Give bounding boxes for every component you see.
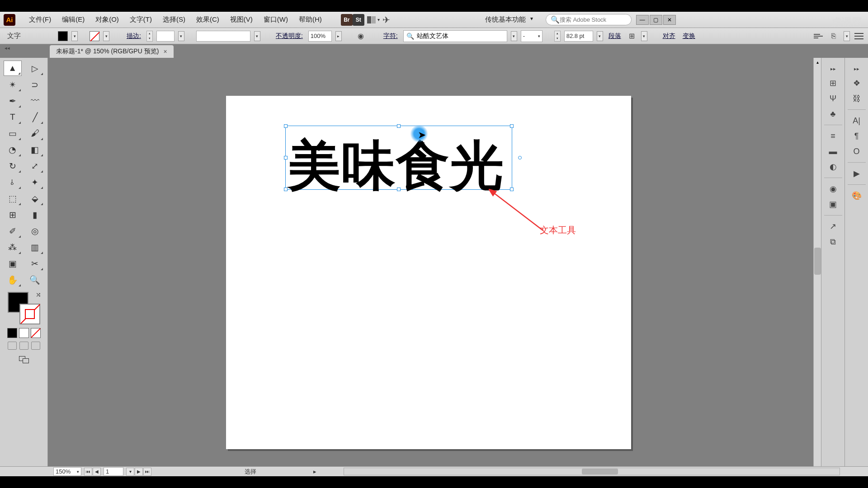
opacity-label[interactable]: 不透明度: (274, 32, 305, 40)
paragraph-label[interactable]: 段落 (607, 32, 623, 40)
arrange-documents-button[interactable]: ▾ (364, 15, 382, 24)
hand-tool[interactable]: ✋ (4, 272, 22, 287)
shaper-tool[interactable]: ◔ (4, 142, 22, 157)
eyedropper-tool[interactable]: ✐ (4, 223, 22, 239)
toolbox-stroke-swatch[interactable] (19, 304, 40, 324)
handle-middle-left[interactable] (284, 156, 288, 160)
stock-search[interactable]: 🔍 (546, 14, 632, 25)
mesh-tool[interactable]: ⊞ (4, 207, 22, 222)
recolor-icon[interactable]: ◉ (355, 31, 366, 42)
window-close-button[interactable]: ✕ (663, 15, 676, 25)
menu-type[interactable]: 文字(T) (124, 14, 157, 26)
handle-top-left[interactable] (284, 124, 288, 128)
document-tab-close-icon[interactable]: × (163, 48, 167, 55)
paragraph-dropdown[interactable]: ▾ (641, 31, 647, 41)
isolate-icon[interactable]: ⎘ (828, 31, 839, 42)
stroke-panel-icon[interactable]: ≡ (827, 130, 839, 142)
screen-mode-button[interactable] (17, 354, 31, 365)
handle-middle-right[interactable] (518, 156, 522, 160)
opacity-dropdown[interactable]: ▸ (335, 31, 342, 41)
font-size-field[interactable]: 82.8 pt (564, 31, 593, 42)
status-dropdown-icon[interactable]: ▸ (313, 468, 316, 475)
draw-behind[interactable] (19, 342, 28, 350)
fill-color-swatch[interactable] (58, 31, 68, 41)
artboard-dropdown[interactable]: ▾ (126, 468, 134, 476)
prev-artboard-button[interactable]: ◀ (93, 468, 101, 476)
color-panel-icon[interactable]: 🎨 (851, 190, 863, 202)
window-minimize-button[interactable]: — (636, 15, 649, 25)
swap-fill-stroke-icon[interactable]: ⤭ (36, 291, 41, 298)
isolate-dropdown[interactable]: ▾ (844, 31, 850, 41)
menu-object[interactable]: 对象(O) (90, 14, 124, 26)
zoom-level-dropdown[interactable]: 150%▾ (53, 467, 81, 476)
slice-tool[interactable]: ✂ (26, 256, 44, 271)
paintbrush-tool[interactable]: 🖌 (26, 126, 44, 141)
stroke-dropdown[interactable]: ▾ (103, 31, 109, 41)
shape-builder-tool[interactable]: ⬚ (4, 191, 22, 206)
menu-view[interactable]: 视图(V) (225, 14, 258, 26)
brushes-panel-icon[interactable]: Ψ (827, 93, 839, 104)
perspective-tool[interactable]: ⬙ (26, 191, 44, 206)
panel-collapse-icon-2[interactable]: ▸▸ (854, 66, 859, 72)
character-panel-icon[interactable]: A| (851, 115, 863, 127)
window-maximize-button[interactable]: ▢ (650, 15, 662, 25)
free-transform-tool[interactable]: ✦ (26, 174, 44, 190)
graphic-styles-panel-icon[interactable]: ▣ (827, 198, 839, 210)
menu-window[interactable]: 窗口(W) (258, 14, 293, 26)
toolbox-collapse-icon[interactable]: ◂◂ (5, 45, 10, 51)
opentype-panel-icon[interactable]: O (851, 145, 863, 157)
eraser-tool[interactable]: ◧ (26, 142, 44, 157)
canvas-area[interactable]: 美味食光 ➤ 文本工具 ▴ (48, 58, 821, 466)
symbols-panel-icon[interactable]: ♣ (827, 108, 839, 120)
blend-tool[interactable]: ◎ (26, 223, 44, 239)
rotate-tool[interactable]: ↻ (4, 158, 22, 174)
stock-icon[interactable]: St (353, 14, 364, 26)
scroll-thumb[interactable] (814, 248, 821, 275)
paragraph-panel-icon[interactable]: ⊞ (627, 31, 637, 42)
brush-dropdown[interactable]: ▾ (254, 31, 260, 41)
font-size-dropdown[interactable]: ▾ (597, 31, 603, 41)
horizontal-scrollbar[interactable] (344, 468, 840, 475)
stroke-weight-field[interactable] (156, 31, 175, 42)
properties-panel-icon[interactable]: ⊞ (827, 77, 839, 89)
line-tool[interactable]: ╱ (26, 109, 44, 125)
stroke-color-swatch[interactable] (90, 31, 99, 41)
type-tool[interactable]: T (4, 109, 22, 125)
gradient-panel-icon[interactable]: ▬ (827, 145, 839, 157)
paragraph-panel-icon-right[interactable]: ¶ (851, 130, 863, 142)
font-size-stepper[interactable]: ▴▾ (554, 31, 561, 42)
stroke-weight-stepper[interactable]: ▴▾ (146, 31, 153, 42)
handle-bottom-left[interactable] (284, 188, 288, 191)
artboard-number-field[interactable]: 1 (104, 467, 123, 476)
actions-panel-icon[interactable]: ▶ (851, 168, 863, 179)
font-style-dropdown[interactable]: -▾ (521, 30, 542, 42)
bridge-icon[interactable]: Br (341, 14, 353, 26)
menu-file[interactable]: 文件(F) (24, 14, 57, 26)
align-panel-icon[interactable] (814, 32, 824, 41)
control-menu-icon[interactable] (854, 33, 863, 39)
gradient-tool[interactable]: ▮ (26, 207, 44, 222)
appearance-panel-icon[interactable]: ◉ (827, 183, 839, 195)
workspace-dropdown[interactable]: 传统基本功能 (481, 14, 535, 26)
fill-dropdown[interactable]: ▾ (71, 31, 78, 41)
stroke-label[interactable]: 描边: (125, 32, 143, 40)
magic-wand-tool[interactable]: ✴ (4, 77, 22, 92)
menu-edit[interactable]: 编辑(E) (57, 14, 90, 26)
gpu-performance-icon[interactable]: ✈ (382, 14, 390, 25)
menu-select[interactable]: 选择(S) (157, 14, 191, 26)
fill-stroke-control[interactable]: ⤭ (8, 292, 40, 324)
artboard-tool[interactable]: ▣ (4, 256, 22, 271)
pen-tool[interactable]: ✒ (4, 93, 22, 108)
asset-export-panel-icon[interactable]: ↗ (827, 221, 839, 232)
color-mode-gradient[interactable] (19, 328, 29, 338)
column-graph-tool[interactable]: ▥ (26, 239, 44, 255)
draw-inside[interactable] (31, 342, 40, 350)
color-mode-solid[interactable] (7, 328, 17, 338)
lasso-tool[interactable]: ⊃ (26, 77, 44, 92)
menu-help[interactable]: 帮助(H) (293, 14, 327, 26)
hscroll-thumb[interactable] (582, 469, 618, 474)
curvature-tool[interactable]: 〰 (26, 93, 44, 108)
document-tab[interactable]: 未标题-1* @ 150% (RGB/GPU 预览) × (50, 45, 174, 58)
font-family-input[interactable] (417, 33, 498, 40)
selection-tool[interactable]: ▲ (4, 61, 22, 76)
